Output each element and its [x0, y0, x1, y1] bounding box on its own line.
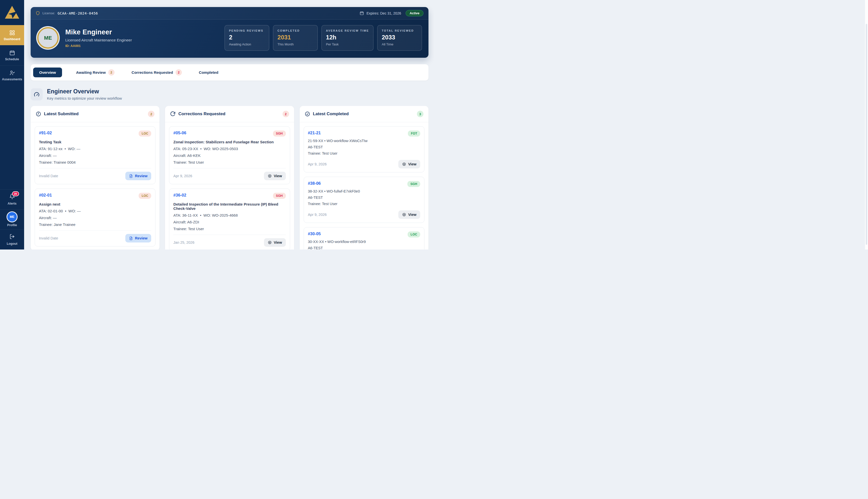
tab-completed[interactable]: Completed: [196, 68, 221, 77]
document-icon: [129, 174, 133, 178]
task-detail-line: Trainee: Test User: [308, 202, 420, 206]
license-expiry: Expires: Dec 31, 2026 Active: [360, 10, 423, 16]
task-type-badge: LOC: [138, 131, 151, 136]
alerts-count-badge: 20: [12, 191, 19, 196]
view-button[interactable]: View: [398, 210, 420, 219]
stat-card: AVERAGE REVIEW TIME 12h Per Task: [322, 25, 373, 51]
hero-stats: PENDING REVIEWS 2 Awaiting Action COMPLE…: [225, 25, 422, 51]
review-button[interactable]: Review: [125, 172, 151, 180]
task-details: 30-XX-XX • WO-workflow-etRFS0r9A6-TESTTr…: [308, 240, 420, 250]
task-card-top: #05-06 SGH: [173, 131, 286, 136]
stat-card: PENDING REVIEWS 2 Awaiting Action: [225, 25, 269, 51]
tab-label: Awaiting Review: [76, 70, 106, 75]
sidebar-item-logout[interactable]: Logout: [0, 229, 24, 250]
expires-text: Expires: Dec 31, 2026: [366, 11, 401, 15]
column-title: Latest Submitted: [44, 111, 79, 117]
logout-icon: [9, 234, 15, 240]
license-label: License:: [43, 11, 55, 15]
task-detail-line: ATA: 91-12-xx • WO: —: [39, 147, 151, 151]
app-logo: [0, 0, 24, 25]
tab-corrections-requested[interactable]: Corrections Requested 2: [129, 66, 185, 78]
task-id-link[interactable]: #05-06: [173, 131, 186, 135]
airline-logo-icon: [4, 5, 20, 20]
task-divider: [39, 230, 151, 231]
task-footer: Invalid Date Review: [39, 234, 151, 242]
sidebar-item-assessments[interactable]: Assessments: [0, 65, 24, 85]
view-button[interactable]: View: [398, 160, 420, 168]
view-button[interactable]: View: [264, 238, 286, 247]
sidebar-item-dashboard[interactable]: Dashboard: [0, 25, 24, 45]
task-detail-line: ATA: 36-11-XX • WO: WO-2025-4668: [173, 213, 286, 217]
sidebar-nav: Dashboard Schedule Assessments: [0, 25, 24, 85]
task-footer: Apr 9, 2026 View: [308, 160, 420, 168]
task-type-badge: SGH: [273, 193, 286, 199]
task-card-top: #91-02 LOC: [39, 131, 151, 136]
view-button[interactable]: View: [264, 172, 286, 180]
sidebar-item-schedule[interactable]: Schedule: [0, 45, 24, 65]
task-card: #91-02 LOC Testing Task ATA: 91-12-xx • …: [35, 126, 156, 184]
sidebar-item-profile[interactable]: ME Profile: [0, 209, 24, 229]
stat-sublabel: Awaiting Action: [229, 42, 265, 46]
engineer-id: ID: AA001: [65, 44, 132, 48]
stat-card: TOTAL REVIEWED 2033 All Time: [377, 25, 422, 51]
sidebar-item-label: Assessments: [2, 77, 22, 81]
column-count-badge: 2: [282, 111, 289, 117]
task-id-link[interactable]: #38-06: [308, 181, 321, 186]
sidebar-item-alerts[interactable]: 20 Alerts: [0, 189, 24, 209]
nav-icon: [9, 70, 15, 76]
eye-icon: [268, 174, 272, 178]
task-detail-line: Trainee: Test User: [308, 151, 420, 155]
overview-column: Corrections Requested 2 #05-06 SGH Zonal…: [165, 106, 294, 250]
task-detail-line: Aircraft: A6-ZDI: [173, 220, 286, 224]
nav-icon: [9, 30, 15, 36]
task-action-label: View: [274, 174, 282, 178]
stat-label: AVERAGE REVIEW TIME: [326, 29, 369, 32]
task-id-link[interactable]: #91-02: [39, 131, 52, 135]
task-detail-line: 21-59-XX • WO-workflow-XWoCsTIw: [308, 139, 420, 143]
task-title: Testing Task: [39, 140, 151, 144]
task-date: Apr 9, 2026: [308, 212, 327, 217]
task-detail-line: Aircraft: —: [39, 153, 151, 158]
sidebar-item-label: Dashboard: [4, 37, 20, 41]
stat-card: COMPLETED 2031 This Month: [273, 25, 318, 51]
task-footer: Apr 9, 2026 View: [308, 210, 420, 219]
task-footer: Jan 25, 2026 View: [173, 238, 286, 247]
task-id-link[interactable]: #02-01: [39, 193, 52, 197]
sidebar-item-label: Schedule: [5, 58, 19, 61]
task-card: #05-06 SGH Zonal Inspection: Stabilizers…: [169, 126, 290, 184]
stat-sublabel: This Month: [278, 42, 313, 46]
task-detail-line: Trainee: Test User: [173, 160, 286, 165]
stat-value: 12h: [326, 34, 369, 41]
task-type-badge: SGH: [407, 181, 420, 187]
review-button[interactable]: Review: [125, 234, 151, 242]
task-detail-line: ATA: 02-01-00 • WO: —: [39, 209, 151, 213]
task-id-link[interactable]: #36-02: [173, 193, 186, 197]
stat-label: PENDING REVIEWS: [229, 29, 265, 32]
stat-sublabel: All Time: [382, 42, 418, 46]
task-date: Jan 25, 2026: [173, 241, 194, 244]
avatar: ME: [7, 212, 17, 222]
task-action-label: View: [408, 212, 417, 217]
sidebar: Dashboard Schedule Assessments 20 Alerts…: [0, 0, 24, 250]
task-id-link[interactable]: #21-21: [308, 131, 321, 135]
engineer-identity: Mike Engineer Licensed Aircraft Maintena…: [65, 28, 132, 48]
overview-column: Latest Submitted 2 #91-02 LOC Testing Ta…: [31, 106, 159, 250]
license-bar: License: GCAA-AME-2024-0456 Expires: Dec…: [31, 7, 429, 20]
tab-awaiting-review[interactable]: Awaiting Review 2: [73, 66, 118, 78]
task-action-label: View: [274, 241, 282, 244]
engineer-role: Licensed Aircraft Maintenance Engineer: [65, 38, 132, 42]
calendar-icon: [360, 11, 364, 15]
task-id-link[interactable]: #30-05: [308, 231, 321, 236]
task-card: #38-06 SGH 38-32-XX • WO-fullwf-E7xkF0e0…: [304, 177, 424, 223]
engineer-name: Mike Engineer: [65, 28, 132, 36]
task-card: #21-21 FOT 21-59-XX • WO-workflow-XWoCsT…: [304, 126, 424, 172]
tab-overview[interactable]: Overview: [33, 68, 62, 77]
tab-label: Overview: [39, 70, 56, 75]
document-icon: [129, 236, 133, 240]
task-details: ATA: 91-12-xx • WO: —Aircraft: —Trainee:…: [39, 147, 151, 165]
task-detail-line: A6-TEST: [308, 196, 420, 199]
task-detail-line: A6-TEST: [308, 145, 420, 149]
task-action-label: Review: [135, 236, 147, 240]
task-footer: Apr 9, 2026 View: [173, 172, 286, 180]
engineer-hero-banner: License: GCAA-AME-2024-0456 Expires: Dec…: [31, 7, 429, 58]
